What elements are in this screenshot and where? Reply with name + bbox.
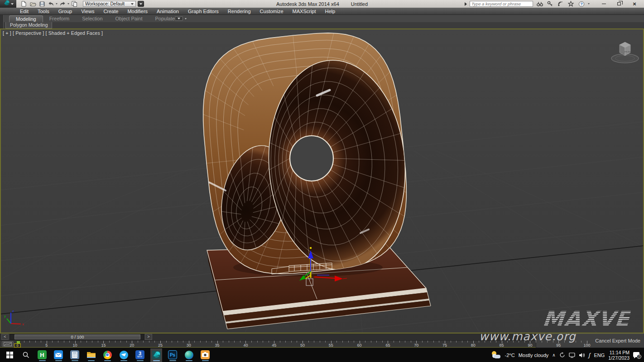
taskbar-search-button[interactable] <box>20 348 32 362</box>
time-slider-handle[interactable]: 0 / 100 <box>14 334 140 339</box>
next-frame-button[interactable]: > <box>145 334 152 340</box>
clock-date: 1/27/2023 <box>608 355 630 361</box>
menu-animation[interactable]: Animation <box>152 8 183 15</box>
mail-icon[interactable] <box>53 348 64 362</box>
h-app-icon[interactable]: H <box>36 348 48 362</box>
calculator-icon[interactable] <box>69 348 81 362</box>
notification-badge: 2 <box>637 354 641 359</box>
redo-dropdown-icon[interactable] <box>67 3 69 5</box>
taskbar-clock[interactable]: 11:14 PM 1/27/2023 <box>608 350 630 361</box>
menu-group[interactable]: Group <box>54 8 77 15</box>
title-bar: Workspace: Default Autodesk 3ds Max 2014… <box>0 0 644 8</box>
file-explorer-icon[interactable] <box>85 348 97 362</box>
infocenter-collapse-icon[interactable] <box>465 2 467 6</box>
language-indicator[interactable]: ENG <box>594 352 605 358</box>
workspace-dropdown-icon <box>131 3 134 5</box>
sync-circle-icon[interactable] <box>559 352 565 358</box>
viewcube-front-label: FRONT <box>625 51 631 53</box>
menu-graph-editors[interactable]: Graph Editors <box>183 8 223 15</box>
search-input[interactable] <box>470 1 533 7</box>
ribbon-minimize-dropdown-icon[interactable] <box>185 18 187 19</box>
svg-text:x: x <box>22 322 24 326</box>
3ds-max-logo-icon <box>3 0 10 8</box>
pen-icon[interactable]: ʃ <box>589 352 591 358</box>
start-button[interactable] <box>4 348 15 362</box>
communication-center-icon[interactable] <box>557 0 564 7</box>
svg-text:z: z <box>12 309 14 313</box>
3ds-max-shortcut-icon[interactable]: 3MAX <box>134 348 146 362</box>
help-dropdown-icon[interactable] <box>588 3 590 5</box>
application-menu-button[interactable] <box>0 0 16 8</box>
maxve-url-watermark: www.maxve.org <box>479 330 576 343</box>
system-tray: -2°C Mostly cloudy ∧ ʃ ENG 11:14 PM 1/27… <box>490 350 644 361</box>
notification-center-icon[interactable]: 2 <box>633 352 641 359</box>
time-slider-track[interactable]: 0 / 100 <box>10 334 144 340</box>
screenshot-camera-icon[interactable] <box>199 348 211 362</box>
ribbon-tab-object-paint[interactable]: Object Paint <box>109 15 149 22</box>
clock-time: 11:14 PM <box>610 350 630 355</box>
menu-rendering[interactable]: Rendering <box>223 8 255 15</box>
weather-icon[interactable] <box>490 351 501 360</box>
edge-icon[interactable] <box>183 348 195 362</box>
weather-condition[interactable]: Mostly cloudy <box>519 352 549 358</box>
quick-access-toolbar <box>20 0 78 7</box>
window-title: Autodesk 3ds Max 2014 x64 Untitled <box>276 0 368 8</box>
3ds-max-window: Workspace: Default Autodesk 3ds Max 2014… <box>0 0 644 362</box>
ribbon-tab-modeling[interactable]: Modeling <box>9 15 43 22</box>
maxve-watermark: MAXVE <box>541 306 631 331</box>
menu-help[interactable]: Help <box>321 8 340 15</box>
panel-tab-polygon-modeling[interactable]: Polygon Modeling <box>5 22 52 29</box>
ribbon-tab-freeform[interactable]: Freeform <box>43 15 76 22</box>
open-file-button[interactable] <box>29 0 37 7</box>
subscription-key-icon[interactable] <box>546 0 554 7</box>
3ds-max-running-icon[interactable] <box>150 348 162 362</box>
undo-button[interactable] <box>47 0 55 7</box>
document-title: Untitled <box>351 1 368 7</box>
perspective-viewport[interactable]: x y z FRONT [ + ] [ Perspective ] [ Shad… <box>0 29 644 333</box>
close-button[interactable]: × <box>630 1 639 7</box>
restore-button[interactable] <box>615 1 623 7</box>
app-menu-dropdown-icon <box>11 3 14 5</box>
ribbon-tab-strip: ModelingFreeformSelectionObject PaintPop… <box>0 15 644 22</box>
app-title: Autodesk 3ds Max 2014 x64 <box>276 1 339 7</box>
menu-create[interactable]: Create <box>99 8 123 15</box>
weather-temperature[interactable]: -2°C <box>505 352 515 358</box>
help-icon[interactable]: ? <box>577 0 585 7</box>
viewport-label[interactable]: [ + ] [ Perspective ] [ Shaded + Edged F… <box>3 30 103 36</box>
redo-button[interactable] <box>59 0 67 7</box>
ribbon-tab-selection[interactable]: Selection <box>76 15 109 22</box>
menu-tools[interactable]: Tools <box>33 8 54 15</box>
menu-bar: EditToolsGroupViewsCreateModifiersAnimat… <box>0 8 644 15</box>
fetch-clone-button[interactable] <box>71 0 78 7</box>
volume-icon[interactable] <box>579 352 585 358</box>
telegram-icon[interactable] <box>118 348 130 362</box>
viewport-canvas: x y z FRONT <box>0 29 644 333</box>
ribbon-minimize-control[interactable] <box>175 16 187 21</box>
open-mini-curve-editor-button[interactable] <box>2 341 14 347</box>
search-binoculars-icon[interactable] <box>536 0 543 7</box>
menu-edit[interactable]: Edit <box>15 8 33 15</box>
menu-views[interactable]: Views <box>77 8 99 15</box>
undo-dropdown-icon[interactable] <box>56 3 58 5</box>
menu-modifiers[interactable]: Modifiers <box>123 8 152 15</box>
minimize-button[interactable] <box>600 1 608 7</box>
ribbon-grip[interactable] <box>0 15 4 29</box>
tray-expand-chevron[interactable]: ∧ <box>552 352 555 357</box>
current-frame-slider[interactable] <box>16 341 20 346</box>
svg-text:y: y <box>4 314 6 318</box>
network-display-icon[interactable] <box>569 352 575 358</box>
workspace-menu-button[interactable] <box>138 1 144 7</box>
favorites-star-icon[interactable] <box>567 0 575 7</box>
menu-customize[interactable]: Customize <box>255 8 288 15</box>
ribbon-minimize-icon <box>178 18 180 19</box>
previous-frame-button[interactable]: < <box>1 334 9 340</box>
menu-maxscript[interactable]: MAXScript <box>288 8 321 15</box>
chrome-icon[interactable] <box>101 348 113 362</box>
workspace-selector[interactable]: Workspace: Default <box>83 1 136 7</box>
new-file-button[interactable] <box>20 0 28 7</box>
ribbon-panel-row: Polygon Modeling <box>0 22 644 29</box>
view-cube[interactable]: FRONT <box>611 42 639 63</box>
save-file-button[interactable] <box>38 0 46 7</box>
windows-taskbar: H 3MAX Ps -2°C Mostly <box>0 348 644 362</box>
photoshop-icon[interactable]: Ps <box>167 348 178 362</box>
